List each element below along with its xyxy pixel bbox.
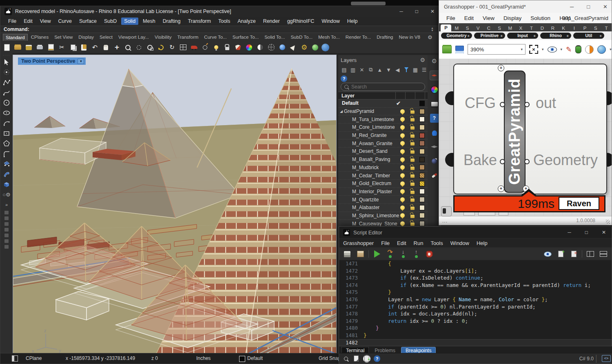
greatpyramid-component[interactable]: CFG out Bake Geometry GreatPyramid + + +: [453, 64, 607, 194]
gh-save-icon[interactable]: [455, 46, 464, 53]
display-panel-icon[interactable]: [430, 99, 439, 108]
toolbar-tab-visibility[interactable]: Visibility: [152, 34, 174, 40]
gh-tab-I-12[interactable]: I: [569, 26, 579, 31]
se-new-doc-icon[interactable]: [556, 249, 565, 259]
command-history-arrows[interactable]: ▲▼: [431, 27, 434, 32]
rhino-maximize-button[interactable]: □: [415, 9, 418, 14]
code-line-1479[interactable]: 1479 return idx >= 0 ? idx : 0;: [339, 318, 612, 325]
gh-category-input[interactable]: Input◆: [507, 33, 538, 39]
layer-row-M_Gold_Electrum[interactable]: M_Gold_Electrum: [338, 180, 428, 188]
new-file-icon[interactable]: [2, 42, 11, 52]
rhino-menu-transform[interactable]: Transform: [185, 18, 214, 25]
gh-zoom-extents-icon[interactable]: ✕: [529, 45, 538, 54]
code-line-1480[interactable]: 1480 }: [339, 324, 612, 332]
se-package-icon[interactable]: [355, 249, 365, 259]
se-continue-icon[interactable]: [385, 249, 395, 259]
gh-menu-view[interactable]: View: [483, 15, 494, 21]
gear-icon[interactable]: ⚙: [430, 57, 439, 66]
se-split-rows-icon[interactable]: [599, 249, 608, 259]
layer-color-swatch[interactable]: [419, 205, 425, 210]
gh-tab-T-8[interactable]: T: [526, 26, 537, 31]
gh-category-rhino[interactable]: Rhino◆: [540, 33, 571, 39]
options-gear-icon[interactable]: [299, 42, 309, 52]
rhino-menu-ggrhinoifc[interactable]: ggRhinoIFC: [284, 18, 317, 25]
layer-row-M_Alabaster[interactable]: M_Alabaster: [338, 204, 428, 212]
gh-tab-S-14[interactable]: S: [590, 26, 601, 31]
move-icon[interactable]: [112, 42, 122, 52]
layer-color-swatch[interactable]: [419, 221, 425, 226]
se-menu-help[interactable]: Help: [477, 240, 488, 246]
gh-category-geometry[interactable]: Geometry◆: [441, 33, 472, 39]
gh-tab-D-9[interactable]: D: [537, 26, 548, 31]
code-line-1478[interactable]: 1478 int idx = doc.Layers.Add(nl);: [339, 310, 612, 318]
layer-color-swatch[interactable]: [419, 133, 425, 138]
code-editor[interactable]: 1471 {1472 Layer ex = doc.Layers[i];1473…: [339, 260, 612, 346]
columns-icon[interactable]: ▦: [412, 67, 419, 73]
code-line-1476[interactable]: 1476 Layer nl = new Layer { Name = name,…: [339, 296, 612, 303]
viewport-title-tab[interactable]: Two Point Perspective ▼: [18, 57, 86, 65]
se-step-out-icon[interactable]: [411, 249, 421, 259]
gh-tab-S-5[interactable]: S: [494, 26, 505, 31]
layers-help-icon[interactable]: ?: [341, 75, 347, 82]
wedge-icon[interactable]: [288, 42, 298, 52]
se-menu-run[interactable]: Run: [414, 240, 424, 246]
se-maximize-button[interactable]: □: [585, 229, 588, 235]
notifications-bell-icon[interactable]: [430, 128, 439, 137]
gh-tab-R-10[interactable]: R: [548, 26, 558, 31]
component-name-capsule[interactable]: GreatPyramid: [504, 71, 526, 193]
se-menu-grasshopper[interactable]: Grasshopper: [343, 240, 374, 246]
gh-menu-display[interactable]: Display: [503, 15, 521, 21]
toolbar-tab-set-view[interactable]: Set View: [52, 34, 75, 40]
rhino-menu-edit[interactable]: Edit: [21, 18, 35, 25]
left-mini-icon[interactable]: [4, 239, 9, 243]
component-output-out[interactable]: out: [528, 94, 564, 112]
solid-box-icon[interactable]: [2, 179, 11, 189]
copy-icon[interactable]: [68, 42, 78, 52]
gh-open-icon[interactable]: [442, 46, 452, 53]
rhino-menu-mesh[interactable]: Mesh: [140, 18, 158, 25]
gh-tab-X-7[interactable]: X: [515, 26, 526, 31]
layer-color-swatch[interactable]: [419, 197, 425, 202]
gh-tab-P-13[interactable]: P: [579, 26, 590, 31]
delete-layer-icon[interactable]: ✕: [359, 67, 366, 73]
gh-zoom-combo[interactable]: 390% ▾: [468, 44, 526, 55]
zoom-icon[interactable]: [123, 42, 133, 52]
rhino-menu-curve[interactable]: Curve: [55, 18, 75, 25]
toolbar-tab-render-to-[interactable]: Render To...: [343, 34, 373, 40]
open-file-icon[interactable]: [13, 42, 22, 52]
lamp-icon[interactable]: [211, 42, 221, 52]
rhino-close-button[interactable]: ✕: [430, 9, 435, 14]
viewport-dropdown-icon[interactable]: ▼: [78, 59, 84, 64]
raven-badge[interactable]: Raven: [559, 197, 599, 210]
walkabout-car-icon[interactable]: [189, 42, 199, 52]
se-eye-icon[interactable]: [543, 249, 552, 259]
gh-maximize-button[interactable]: □: [587, 4, 590, 10]
rhino-menu-subd[interactable]: SubD: [101, 18, 120, 25]
rhino-menu-solid[interactable]: Solid: [121, 18, 138, 25]
shield-icon[interactable]: [233, 42, 243, 52]
gh-category-util[interactable]: Util◆: [573, 33, 604, 39]
se-close-button[interactable]: ✕: [602, 229, 606, 235]
left-mini-icon[interactable]: [4, 228, 9, 232]
gh-tab-S-2[interactable]: S: [462, 26, 472, 31]
status-grid-snap[interactable]: Grid Snap: [319, 355, 341, 361]
new-layer-icon[interactable]: ▤: [341, 67, 348, 73]
layers-search-box[interactable]: [341, 83, 425, 91]
doc-edit-icon[interactable]: [353, 355, 360, 362]
annotate-page-icon[interactable]: [46, 42, 55, 52]
layer-color-swatch[interactable]: [419, 141, 425, 146]
rhino-menu-analyze[interactable]: Analyze: [235, 18, 258, 25]
layers-column-header[interactable]: Layer: [338, 92, 428, 99]
se-step-into-icon[interactable]: [398, 249, 408, 259]
code-line-1473[interactable]: 1473 if (ex.IsDeleted) continue;: [339, 274, 612, 282]
code-line-1477[interactable]: 1477 if (parentIdx >= 0) nl.ParentLayerI…: [339, 303, 612, 311]
layer-row-M_Core_Limestone[interactable]: M_Core_Limestone: [338, 124, 428, 132]
layer-row-Default[interactable]: Default✔: [338, 99, 428, 108]
status-units[interactable]: Inches: [196, 355, 211, 361]
color-wheel-panel-icon[interactable]: [430, 85, 439, 94]
layer-row-GreatPyramid[interactable]: ◢GreatPyramid: [338, 108, 428, 116]
gh-menu-edit[interactable]: Edit: [464, 15, 474, 21]
toolbar-tab-select[interactable]: Select: [97, 34, 115, 40]
se-menu-edit[interactable]: Edit: [397, 240, 406, 246]
layer-color-swatch[interactable]: [419, 117, 425, 122]
